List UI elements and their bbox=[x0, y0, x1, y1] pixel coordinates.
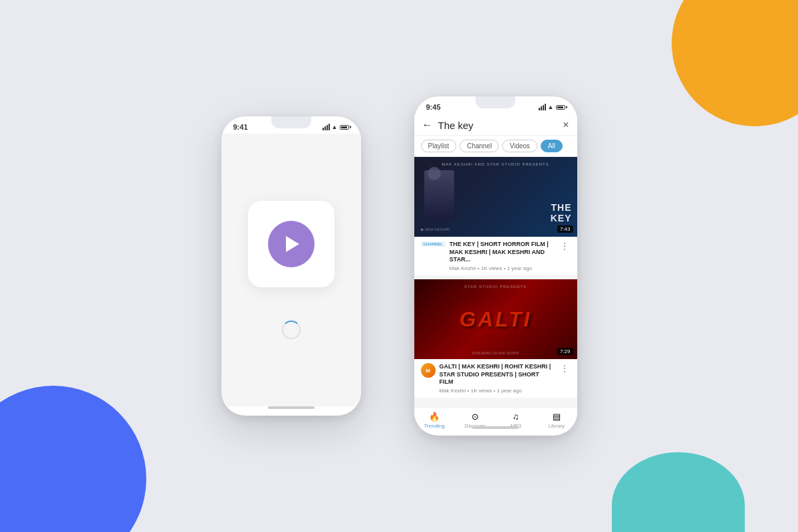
time-ago-1: 1 year ago bbox=[507, 265, 532, 271]
video-title-1: THE KEY | SHORT HORROR FILM | MAK KESHRI… bbox=[450, 241, 555, 264]
right-phone: 9:45 ▲ ← The key × bbox=[414, 96, 577, 436]
search-title: The key bbox=[438, 120, 558, 131]
close-button[interactable]: × bbox=[563, 119, 569, 131]
thumb-head bbox=[428, 167, 441, 180]
trending-label: Trending bbox=[424, 423, 444, 429]
left-status-icons: ▲ bbox=[323, 124, 349, 130]
nav-trending[interactable]: 🔥 Trending bbox=[414, 412, 455, 429]
library-icon: ▤ bbox=[553, 412, 561, 422]
more-button-1[interactable]: ⋮ bbox=[559, 241, 571, 251]
right-phone-body: ← The key × Playlist Channel Videos All … bbox=[414, 114, 577, 432]
thumb-2-sublabel: STREAMING ON MAK KESHRI bbox=[414, 351, 577, 355]
video-info-2: M GALTI | MAK KESHRI | ROHIT KESHRI | ST… bbox=[414, 359, 577, 398]
home-indicator-right bbox=[472, 426, 519, 429]
battery-icon-right bbox=[556, 105, 565, 110]
signal-icon-right bbox=[539, 104, 546, 110]
channel-name-1: Mak Keshri bbox=[450, 265, 476, 271]
back-button[interactable]: ← bbox=[422, 119, 433, 131]
video-meta-2: GALTI | MAK KESHRI | ROHIT KESHRI | STAR… bbox=[440, 363, 555, 394]
video-subtitle-1: Mak Keshri • 1K views • 1 year ago bbox=[450, 265, 555, 271]
duration-1: 7:43 bbox=[557, 225, 573, 233]
notch-right bbox=[475, 96, 515, 108]
thumb-2-presenter: STAR STUDIO PRESENTS bbox=[414, 285, 577, 289]
channel-name-2: Mak Keshri bbox=[440, 388, 466, 394]
play-button-circle[interactable] bbox=[268, 221, 315, 267]
left-time: 9:41 bbox=[233, 123, 248, 131]
signal-icon bbox=[323, 124, 330, 130]
video-info-1: CHANNEL THE KEY | SHORT HORROR FILM | MA… bbox=[414, 237, 577, 275]
discover-icon: ⊙ bbox=[471, 412, 479, 422]
result-card-2: STAR STUDIO PRESENTS GALTI STREAMING ON … bbox=[414, 279, 577, 398]
play-triangle-icon bbox=[286, 236, 299, 252]
trending-icon: 🔥 bbox=[429, 412, 440, 422]
home-indicator-left bbox=[268, 406, 315, 409]
tab-playlist[interactable]: Playlist bbox=[421, 140, 457, 152]
filter-tabs: Playlist Channel Videos All bbox=[414, 136, 577, 157]
thumb-1-title: THEKEY bbox=[551, 203, 572, 223]
thumb-logo: ▶ MAK KESHRI bbox=[421, 227, 450, 231]
tab-videos[interactable]: Videos bbox=[502, 140, 537, 152]
views-2: 1K views bbox=[471, 388, 492, 394]
left-phone-body bbox=[221, 134, 361, 406]
library-label: Library bbox=[549, 423, 565, 429]
avatar-2: M bbox=[421, 363, 436, 378]
thumb-1-presenter: MAK KESHRI AND STAR STUDIO PRESENTS bbox=[414, 162, 577, 166]
time-ago-2: 1 year ago bbox=[497, 388, 522, 394]
thumbnail-1[interactable]: MAK KESHRI AND STAR STUDIO PRESENTS THEK… bbox=[414, 157, 577, 237]
left-phone: 9:41 ▲ bbox=[221, 116, 361, 416]
thumbnail-2[interactable]: STAR STUDIO PRESENTS GALTI STREAMING ON … bbox=[414, 279, 577, 359]
battery-icon bbox=[340, 125, 349, 130]
channel-badge-1: CHANNEL bbox=[421, 241, 446, 247]
result-card-1: MAK KESHRI AND STAR STUDIO PRESENTS THEK… bbox=[414, 157, 577, 275]
thumb-2-title: GALTI bbox=[460, 307, 532, 332]
loading-spinner bbox=[282, 321, 301, 339]
scene: 9:41 ▲ bbox=[0, 0, 798, 532]
tab-channel[interactable]: Channel bbox=[460, 140, 499, 152]
right-status-icons: ▲ bbox=[539, 104, 565, 110]
more-button-2[interactable]: ⋮ bbox=[559, 363, 571, 374]
duration-2: 7:29 bbox=[557, 348, 573, 355]
tab-all[interactable]: All bbox=[541, 140, 563, 152]
play-card bbox=[248, 201, 334, 287]
search-header: ← The key × bbox=[414, 114, 577, 136]
video-subtitle-2: Mak Keshri • 1K views • 1 year ago bbox=[440, 388, 555, 394]
nav-library[interactable]: ▤ Library bbox=[536, 412, 577, 429]
thumb-1-content: MAK KESHRI AND STAR STUDIO PRESENTS THEK… bbox=[414, 157, 577, 237]
notch-left bbox=[271, 116, 311, 128]
results-list: MAK KESHRI AND STAR STUDIO PRESENTS THEK… bbox=[414, 157, 577, 407]
right-time: 9:45 bbox=[426, 103, 441, 111]
video-meta-1: THE KEY | SHORT HORROR FILM | MAK KESHRI… bbox=[450, 241, 555, 271]
wifi-icon-right: ▲ bbox=[548, 104, 554, 110]
wifi-icon: ▲ bbox=[332, 124, 338, 130]
mp3-icon: ♫ bbox=[513, 412, 519, 422]
views-1: 1K views bbox=[481, 265, 502, 271]
video-title-2: GALTI | MAK KESHRI | ROHIT KESHRI | STAR… bbox=[440, 363, 555, 386]
